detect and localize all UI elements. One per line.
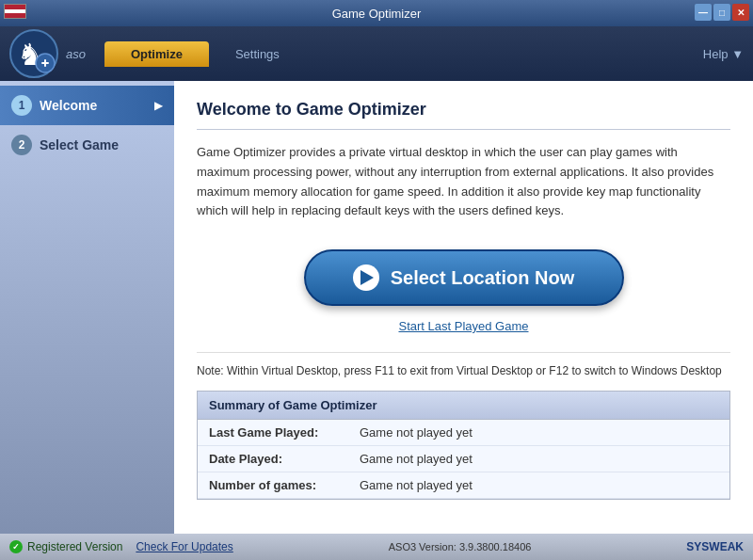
sidebar-item-select-game[interactable]: 2 Select Game xyxy=(0,125,174,165)
app-logo: ♞ xyxy=(9,29,58,78)
sidebar: 1 Welcome ▶ 2 Select Game xyxy=(0,81,174,534)
check-updates-link[interactable]: Check For Updates xyxy=(136,540,232,553)
registered-label: Registered Version xyxy=(27,540,122,553)
sidebar-num-2: 2 xyxy=(11,135,32,155)
note-text: Note: Within Virtual Desktop, press F11 … xyxy=(197,352,730,377)
summary-row-label: Number of games: xyxy=(198,472,348,499)
version-text: ASO3 Version: 3.9.3800.18406 xyxy=(389,541,532,552)
aso-label: aso xyxy=(66,47,86,61)
header: ♞ aso Optimize Settings Help ▼ xyxy=(0,26,753,81)
summary-row-value: Game not played yet xyxy=(348,420,729,446)
status-left: ✓ Registered Version Check For Updates xyxy=(9,540,233,553)
tab-optimize[interactable]: Optimize xyxy=(104,41,209,67)
content-description: Game Optimizer provides a private virtua… xyxy=(197,143,730,221)
select-location-button[interactable]: Select Location Now xyxy=(304,249,624,306)
play-icon xyxy=(353,264,379,291)
sidebar-num-1: 1 xyxy=(11,95,32,116)
summary-row-label: Last Game Played: xyxy=(198,420,348,446)
summary-row-label: Date Played: xyxy=(198,446,348,472)
table-row: Last Game Played:Game not played yet xyxy=(198,420,729,446)
select-location-label: Select Location Now xyxy=(391,267,575,289)
page-title: Welcome to Game Optimizer xyxy=(197,100,730,130)
app-title: Game Optimizer xyxy=(332,7,422,21)
registered-icon: ✓ xyxy=(9,540,23,553)
main-layout: 1 Welcome ▶ 2 Select Game Welcome to Gam… xyxy=(0,81,753,534)
summary-box: Summary of Game Optimizer Last Game Play… xyxy=(197,391,730,500)
help-button[interactable]: Help ▼ xyxy=(703,47,744,61)
action-area: Select Location Now Start Last Played Ga… xyxy=(197,249,730,333)
sidebar-arrow-welcome: ▶ xyxy=(154,99,163,112)
summary-header: Summary of Game Optimizer xyxy=(198,392,729,420)
sidebar-item-welcome[interactable]: 1 Welcome ▶ xyxy=(0,86,174,125)
summary-table: Last Game Played:Game not played yetDate… xyxy=(198,420,729,499)
summary-row-value: Game not played yet xyxy=(348,446,729,472)
tab-settings[interactable]: Settings xyxy=(209,41,306,67)
play-triangle xyxy=(360,270,374,285)
sidebar-label-select-game: Select Game xyxy=(40,137,119,152)
summary-row-value: Game not played yet xyxy=(348,472,729,499)
logo-area: ♞ aso xyxy=(9,29,104,78)
close-button[interactable]: ✕ xyxy=(732,4,749,21)
svg-rect-4 xyxy=(44,59,46,67)
table-row: Number of games:Game not played yet xyxy=(198,472,729,499)
content-area: Welcome to Game Optimizer Game Optimizer… xyxy=(174,81,753,534)
registered-badge: ✓ Registered Version xyxy=(9,540,122,553)
maximize-button[interactable]: □ xyxy=(713,4,730,21)
statusbar: ✓ Registered Version Check For Updates A… xyxy=(0,534,753,560)
start-last-game-link[interactable]: Start Last Played Game xyxy=(398,319,528,333)
window-controls: — □ ✕ xyxy=(695,4,749,21)
minimize-button[interactable]: — xyxy=(695,4,712,21)
sidebar-label-welcome: Welcome xyxy=(40,98,97,113)
table-row: Date Played:Game not played yet xyxy=(198,446,729,472)
nav-tabs: Optimize Settings xyxy=(104,41,306,67)
titlebar: Game Optimizer — □ ✕ xyxy=(0,0,753,26)
flag-icon xyxy=(4,4,26,19)
brand-label: SYSWEAK xyxy=(686,540,744,553)
